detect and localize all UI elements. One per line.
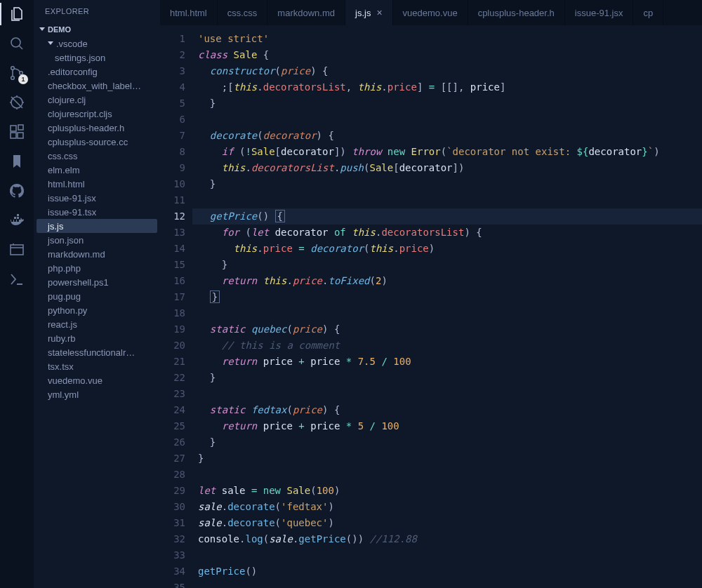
folder-vscode[interactable]: .vscode	[34, 36, 160, 51]
editor-tab[interactable]: vuedemo.vue	[393, 0, 468, 25]
code-line[interactable]: }	[195, 289, 702, 305]
code-line[interactable]: decorate(decorator) {	[195, 128, 702, 144]
editor-tab[interactable]: css.css	[218, 0, 268, 25]
code-line[interactable]	[195, 305, 702, 321]
file-item[interactable]: markdown.md	[34, 247, 160, 261]
github-icon[interactable]	[8, 182, 25, 199]
file-item[interactable]: css.css	[34, 149, 160, 163]
code-line[interactable]	[195, 467, 702, 483]
line-number: 23	[160, 386, 185, 402]
code-line[interactable]: // this is a comment	[195, 338, 702, 354]
editor-tab[interactable]: markdown.md	[267, 0, 345, 25]
file-item[interactable]: elm.elm	[34, 163, 160, 177]
file-item[interactable]: python.py	[34, 303, 160, 317]
close-icon[interactable]: ×	[376, 7, 382, 18]
code-line[interactable]: sale.decorate('fedtax')	[195, 499, 702, 515]
file-item[interactable]: clojurescript.cljs	[34, 107, 160, 121]
code-line[interactable]: if (!Sale[decorator]) throw new Error(`d…	[195, 144, 702, 160]
code-line[interactable]: class Sale {	[195, 47, 702, 63]
terminal-icon[interactable]	[8, 271, 25, 288]
code-line[interactable]: let sale = new Sale(100)	[195, 483, 702, 499]
code-line[interactable]: }	[195, 434, 702, 450]
file-item[interactable]: vuedemo.vue	[34, 373, 160, 387]
sidebar-section-demo[interactable]: DEMO	[34, 22, 160, 36]
file-item[interactable]: settings.json	[34, 51, 160, 65]
code-line[interactable]: return price + price * 7.5 / 100	[195, 354, 702, 370]
file-item[interactable]: powershell.ps1	[34, 275, 160, 289]
editor-tab[interactable]: js.js×	[345, 0, 393, 25]
editor-tab[interactable]: cp	[633, 0, 663, 25]
tab-label: js.js	[355, 8, 371, 18]
editor-tab[interactable]: html.html	[160, 0, 218, 25]
file-item[interactable]: clojure.clj	[34, 93, 160, 107]
code-body[interactable]: 'use strict'class Sale { constructor(pri…	[195, 25, 702, 588]
code-line[interactable]	[195, 386, 702, 402]
folder-label: .vscode	[56, 39, 88, 49]
file-item[interactable]: tsx.tsx	[34, 359, 160, 373]
line-number: 32	[160, 531, 185, 547]
file-item[interactable]: react.js	[34, 317, 160, 331]
file-item[interactable]: issue-91.tsx	[34, 205, 160, 219]
code-line[interactable]: this.decoratorsList.push(Sale[decorator]…	[195, 160, 702, 176]
line-number: 29	[160, 483, 185, 499]
file-item[interactable]: cplusplus-source.cc	[34, 135, 160, 149]
code-line[interactable]	[195, 112, 702, 128]
file-item[interactable]: ruby.rb	[34, 331, 160, 345]
debug-icon[interactable]	[8, 94, 25, 111]
git-icon[interactable]: 1	[8, 65, 25, 81]
code-line[interactable]	[195, 547, 702, 563]
file-item[interactable]: cplusplus-header.h	[34, 121, 160, 135]
line-number: 12	[160, 208, 185, 225]
code-line[interactable]: getPrice()	[195, 563, 702, 580]
docker-icon[interactable]	[8, 212, 25, 229]
file-item[interactable]: html.html	[34, 177, 160, 191]
file-item[interactable]: issue-91.jsx	[34, 191, 160, 205]
activity-bar: 1	[0, 0, 34, 588]
tab-label: cp	[643, 8, 653, 18]
code-editor[interactable]: 1234567891011121314151617181920212223242…	[160, 25, 702, 588]
bookmark-icon[interactable]	[8, 153, 25, 170]
editor-tab[interactable]: issue-91.jsx	[565, 0, 634, 25]
code-line[interactable]: console.log(sale.getPrice()) //112.88	[195, 531, 702, 547]
line-number: 30	[160, 499, 185, 515]
file-item[interactable]: statelessfunctionalr…	[34, 345, 160, 359]
file-item[interactable]: php.php	[34, 261, 160, 275]
code-line[interactable]: this.price = decorator(this.price)	[195, 241, 702, 257]
code-line[interactable]: return price + price * 5 / 100	[195, 418, 702, 434]
file-item[interactable]: js.js	[37, 219, 157, 233]
svg-rect-8	[18, 125, 23, 130]
file-item[interactable]: pug.pug	[34, 289, 160, 303]
code-line[interactable]: 'use strict'	[195, 31, 702, 47]
editor-tab[interactable]: cplusplus-header.h	[468, 0, 565, 25]
code-line[interactable]: }	[195, 176, 702, 192]
files-icon[interactable]	[8, 6, 25, 22]
code-line[interactable]: for (let decorator of this.decoratorsLis…	[195, 225, 702, 241]
code-line[interactable]: static fedtax(price) {	[195, 402, 702, 418]
file-item[interactable]: checkbox_with_label…	[34, 79, 160, 93]
code-line[interactable]: ;[this.decoratorsList, this.price] = [[]…	[195, 79, 702, 95]
code-line[interactable]: static quebec(price) {	[195, 321, 702, 338]
line-number: 15	[160, 257, 185, 273]
editor-group: html.htmlcss.cssmarkdown.mdjs.js×vuedemo…	[160, 0, 702, 588]
code-line[interactable]: return this.price.toFixed(2)	[195, 273, 702, 289]
code-line[interactable]	[195, 580, 702, 588]
file-item[interactable]: json.json	[34, 233, 160, 247]
file-item[interactable]: yml.yml	[34, 387, 160, 401]
code-line[interactable]: }	[195, 95, 702, 112]
file-item[interactable]: .editorconfig	[34, 65, 160, 79]
search-icon[interactable]	[8, 35, 25, 52]
line-number: 2	[160, 47, 185, 63]
code-line[interactable]: }	[195, 370, 702, 386]
project-icon[interactable]	[8, 241, 25, 258]
code-line[interactable]: sale.decorate('quebec')	[195, 515, 702, 531]
code-line[interactable]: getPrice() {	[192, 208, 702, 225]
code-line[interactable]: }	[195, 257, 702, 273]
svg-rect-7	[18, 133, 23, 138]
code-line[interactable]	[195, 192, 702, 208]
line-number-gutter: 1234567891011121314151617181920212223242…	[160, 25, 195, 588]
code-line[interactable]: }	[195, 450, 702, 467]
extensions-icon[interactable]	[8, 123, 25, 140]
line-number: 7	[160, 128, 185, 144]
line-number: 1	[160, 31, 185, 47]
code-line[interactable]: constructor(price) {	[195, 63, 702, 79]
